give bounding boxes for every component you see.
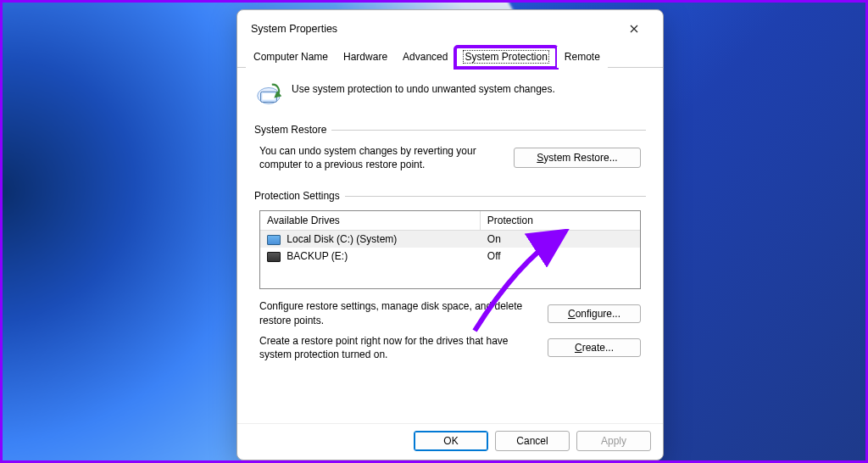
system-restore-button[interactable]: System Restore... xyxy=(514,148,641,168)
table-row[interactable]: BACKUP (E:) Off xyxy=(260,248,640,265)
col-header-drives[interactable]: Available Drives xyxy=(260,211,481,231)
group-system-restore: System Restore xyxy=(254,124,646,136)
tab-hardware[interactable]: Hardware xyxy=(336,47,395,68)
svg-rect-2 xyxy=(262,93,275,100)
restore-description: You can undo system changes by reverting… xyxy=(259,144,497,171)
system-protection-icon xyxy=(254,80,283,109)
table-row[interactable]: Local Disk (C:) (System) On xyxy=(260,231,640,248)
tab-bar: Computer Name Hardware Advanced System P… xyxy=(237,46,663,68)
drives-table: Available Drives Protection Local Disk (… xyxy=(259,210,641,289)
titlebar: System Properties xyxy=(237,10,663,44)
drive-icon xyxy=(267,252,281,262)
tab-remote[interactable]: Remote xyxy=(557,47,608,68)
intro-text: Use system protection to undo unwanted s… xyxy=(292,80,555,95)
tab-computer-name[interactable]: Computer Name xyxy=(246,47,336,68)
group-protection-settings: Protection Settings xyxy=(254,190,646,202)
tab-advanced[interactable]: Advanced xyxy=(395,47,455,68)
col-header-protection[interactable]: Protection xyxy=(481,211,640,231)
configure-description: Configure restore settings, manage disk … xyxy=(259,299,531,326)
create-button[interactable]: Create... xyxy=(548,338,641,357)
dialog-footer: OK Cancel Apply xyxy=(237,423,663,460)
create-description: Create a restore point right now for the… xyxy=(259,334,531,361)
tab-content: Use system protection to undo unwanted s… xyxy=(237,68,663,423)
close-button[interactable] xyxy=(615,17,653,41)
drive-icon xyxy=(267,235,281,245)
system-properties-dialog: System Properties Computer Name Hardware… xyxy=(236,9,664,460)
apply-button: Apply xyxy=(576,431,651,451)
tab-system-protection[interactable]: System Protection xyxy=(455,47,556,68)
cancel-button[interactable]: Cancel xyxy=(495,431,570,451)
ok-button[interactable]: OK xyxy=(414,431,488,451)
window-title: System Properties xyxy=(251,23,337,35)
configure-button[interactable]: Configure... xyxy=(548,304,641,323)
